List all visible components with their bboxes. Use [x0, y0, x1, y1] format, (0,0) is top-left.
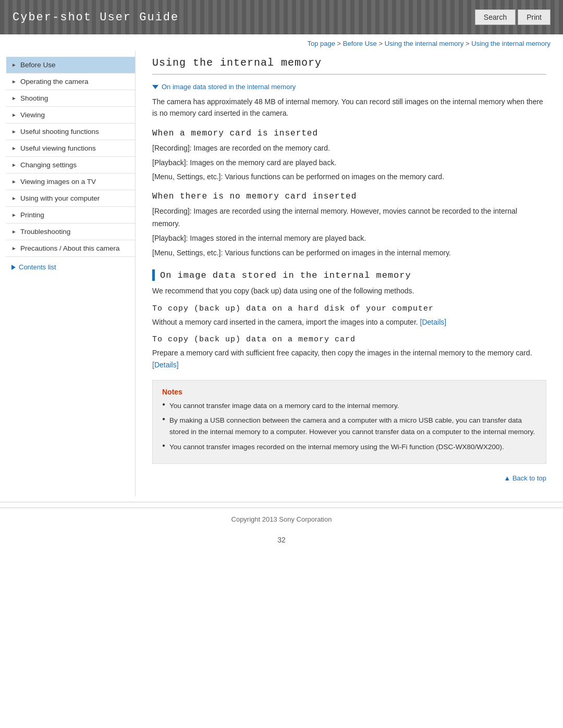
chevron-icon: ►	[11, 229, 17, 235]
section-2-line-2: [Playback]: Images stored in the interna…	[152, 232, 546, 245]
method-1-link[interactable]: [Details]	[420, 318, 447, 326]
search-button[interactable]: Search	[475, 9, 516, 25]
section-heading-2: When there is no memory card inserted	[152, 192, 546, 201]
page-number: 32	[0, 530, 563, 549]
arrow-right-icon	[11, 265, 16, 270]
notes-box: Notes You cannot transfer image data on …	[152, 380, 546, 464]
sidebar-item-before-use[interactable]: ► Before Use	[6, 57, 135, 73]
sidebar-item-label: Operating the camera	[20, 78, 89, 85]
note-item-1: You cannot transfer image data on a memo…	[162, 400, 536, 412]
chevron-icon: ►	[11, 245, 17, 251]
method-2-link[interactable]: [Details]	[152, 361, 179, 369]
chevron-icon: ►	[11, 95, 17, 101]
section-1-line-2: [Playback]: Images on the memory card ar…	[152, 157, 546, 169]
chevron-icon: ►	[11, 129, 17, 134]
breadcrumb-link-2[interactable]: Before Use	[343, 40, 377, 47]
intro-text: The camera has approximately 48 MB of in…	[152, 96, 546, 119]
chevron-icon: ►	[11, 162, 17, 168]
contents-list-link[interactable]: Contents list	[6, 257, 135, 273]
breadcrumb: Top page > Before Use > Using the intern…	[0, 34, 563, 51]
sidebar-item-precautions[interactable]: ► Precautions / About this camera	[6, 240, 135, 257]
recommend-text: We recommend that you copy (back up) dat…	[152, 285, 546, 297]
app-title: Cyber-shot User Guide	[13, 11, 179, 24]
sidebar-item-operating-camera[interactable]: ► Operating the camera	[6, 73, 135, 90]
sidebar-item-label: Viewing images on a TV	[20, 178, 96, 186]
anchor-link-label[interactable]: On image data stored in the internal mem…	[162, 83, 296, 91]
sidebar-item-changing-settings[interactable]: ► Changing settings	[6, 157, 135, 174]
anchor-link[interactable]: On image data stored in the internal mem…	[152, 83, 546, 91]
sidebar-item-label: Troubleshooting	[20, 228, 70, 236]
back-to-top-link[interactable]: ▲ Back to top	[504, 474, 546, 482]
chevron-icon: ►	[11, 112, 17, 118]
note-item-3: You cannot transfer images recorded on t…	[162, 441, 536, 453]
sidebar-item-shooting[interactable]: ► Shooting	[6, 90, 135, 107]
sidebar-item-computer[interactable]: ► Using with your computer	[6, 190, 135, 207]
page-header: Cyber-shot User Guide Search Print	[0, 0, 563, 34]
section-1-line-3: [Menu, Settings, etc.]: Various function…	[152, 171, 546, 183]
breadcrumb-link-1[interactable]: Top page	[307, 40, 335, 47]
blue-section-heading: On image data stored in the internal mem…	[152, 269, 546, 281]
breadcrumb-link-3[interactable]: Using the internal memory	[385, 40, 464, 47]
footer-divider	[0, 502, 563, 502]
sidebar-item-label: Useful shooting functions	[20, 128, 99, 135]
notes-list: You cannot transfer image data on a memo…	[162, 400, 536, 453]
copyright-text: Copyright 2013 Sony Corporation	[231, 515, 332, 523]
sidebar-item-printing[interactable]: ► Printing	[6, 207, 135, 224]
main-layout: ► Before Use ► Operating the camera ► Sh…	[0, 51, 563, 497]
sidebar-item-label: Using with your computer	[20, 194, 100, 202]
section-2-line-3: [Menu, Settings, etc.]: Various function…	[152, 247, 546, 260]
page-title: Using the internal memory	[152, 57, 546, 75]
footer: Copyright 2013 Sony Corporation	[0, 508, 563, 530]
method-1-heading: To copy (back up) data on a hard disk of…	[152, 304, 546, 313]
blue-bar-icon	[152, 269, 155, 281]
sidebar: ► Before Use ► Operating the camera ► Sh…	[0, 51, 136, 497]
sidebar-item-label: Before Use	[20, 61, 56, 69]
chevron-icon: ►	[11, 145, 17, 151]
method-2-text: Prepare a memory card with sufficient fr…	[152, 347, 546, 371]
method-2-heading: To copy (back up) data on a memory card	[152, 335, 546, 344]
sidebar-item-label: Viewing	[20, 111, 45, 119]
section-2-line-1: [Recording]: Images are recorded using t…	[152, 205, 546, 230]
section-1-line-1: [Recording]: Images are recorded on the …	[152, 142, 546, 155]
contents-list-label[interactable]: Contents list	[19, 263, 56, 271]
blue-section-heading-label: On image data stored in the internal mem…	[160, 270, 411, 280]
chevron-icon: ►	[11, 179, 17, 184]
print-button[interactable]: Print	[518, 9, 550, 25]
sidebar-item-label: Shooting	[20, 94, 48, 102]
sidebar-item-label: Changing settings	[20, 161, 77, 169]
sidebar-item-viewing[interactable]: ► Viewing	[6, 107, 135, 124]
triangle-down-icon	[152, 85, 158, 89]
sidebar-item-label: Precautions / About this camera	[20, 244, 120, 252]
sidebar-item-viewing-tv[interactable]: ► Viewing images on a TV	[6, 174, 135, 190]
notes-title: Notes	[162, 388, 536, 396]
back-to-top[interactable]: ▲ Back to top	[152, 469, 546, 484]
sidebar-item-troubleshooting[interactable]: ► Troubleshooting	[6, 224, 135, 240]
chevron-icon: ►	[11, 195, 17, 201]
chevron-icon: ►	[11, 62, 17, 68]
section-heading-1: When a memory card is inserted	[152, 129, 546, 138]
chevron-icon: ►	[11, 212, 17, 218]
sidebar-item-label: Useful viewing functions	[20, 144, 96, 152]
sidebar-item-useful-viewing[interactable]: ► Useful viewing functions	[6, 140, 135, 157]
main-content: Using the internal memory On image data …	[136, 51, 563, 497]
note-item-2: By making a USB connection between the c…	[162, 415, 536, 438]
header-buttons: Search Print	[475, 9, 550, 25]
sidebar-item-label: Printing	[20, 211, 44, 219]
chevron-icon: ►	[11, 79, 17, 84]
breadcrumb-link-4[interactable]: Using the internal memory	[471, 40, 550, 47]
sidebar-item-useful-shooting[interactable]: ► Useful shooting functions	[6, 124, 135, 140]
method-1-text: Without a memory card inserted in the ca…	[152, 316, 546, 328]
